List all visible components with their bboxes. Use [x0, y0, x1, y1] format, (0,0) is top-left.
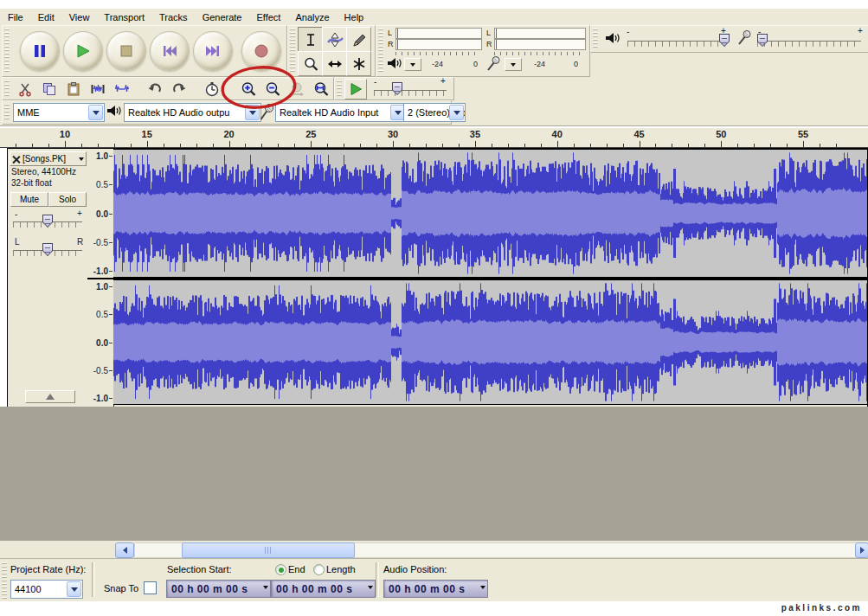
output-device-select[interactable]: Realtek HD Audio outpu	[124, 103, 261, 122]
play-at-speed-button[interactable]	[344, 79, 367, 99]
toolbar-grip[interactable]	[290, 29, 295, 74]
play-button[interactable]	[63, 31, 103, 71]
zoom-in-button[interactable]	[236, 79, 260, 99]
combo-arrow[interactable]	[449, 105, 464, 120]
toolbar-grip[interactable]	[593, 29, 598, 49]
ruler-label: 10	[60, 129, 70, 139]
input-volume-slider[interactable]	[757, 41, 861, 47]
envelope-tool-button[interactable]	[322, 27, 347, 52]
timer-button[interactable]	[200, 79, 224, 99]
waveform-left-channel[interactable]	[113, 149, 867, 278]
menu-effect[interactable]: Effect	[257, 12, 281, 22]
toolbar-grip[interactable]	[337, 80, 342, 97]
audio-position-field[interactable]: 00 h 00 m 00 s	[383, 580, 488, 598]
snap-to-checkbox[interactable]	[144, 581, 157, 594]
paste-button[interactable]	[61, 79, 86, 99]
input-device-value: Realtek HD Audio Input	[280, 107, 378, 118]
input-meter-right-bar	[494, 39, 586, 50]
skip-start-button[interactable]	[150, 31, 190, 71]
waveform-right-channel[interactable]	[113, 279, 867, 405]
toolbar-grip[interactable]	[378, 29, 383, 74]
fit-project-button[interactable]	[309, 79, 333, 99]
speaker-icon	[106, 105, 122, 119]
length-radio[interactable]	[313, 564, 325, 575]
scroll-right-button[interactable]	[855, 542, 868, 558]
draw-tool-button[interactable]	[346, 27, 371, 52]
menu-transport[interactable]: Transport	[104, 12, 145, 22]
amplitude-scale-tick	[109, 398, 113, 399]
ruler-tick	[721, 141, 722, 147]
multi-tool-icon	[351, 56, 367, 72]
record-button[interactable]	[241, 31, 281, 71]
menu-file[interactable]: File	[8, 12, 23, 22]
ruler-tick	[147, 141, 148, 147]
audio-host-value: MME	[17, 107, 40, 118]
input-channels-select[interactable]: 2 (Stereo) Inp	[403, 103, 466, 122]
track-menu-icon[interactable]	[79, 157, 84, 161]
playback-speed-slider[interactable]	[374, 90, 447, 96]
fit-selection-icon	[289, 81, 305, 98]
fit-selection-button[interactable]	[285, 79, 309, 99]
combo-arrow[interactable]	[88, 105, 103, 120]
combo-arrow[interactable]	[67, 581, 81, 597]
output-meter-dropdown[interactable]	[404, 58, 421, 71]
selection-end-field[interactable]: 00 h 00 m 00 s	[271, 580, 376, 598]
solo-button[interactable]: Solo	[48, 192, 87, 207]
trim-audio-button[interactable]	[86, 79, 110, 99]
cut-button[interactable]	[13, 79, 37, 99]
menu-edit[interactable]: Edit	[38, 12, 55, 22]
field-dropdown-icon[interactable]	[263, 586, 268, 589]
redo-button[interactable]	[167, 79, 191, 99]
track-control-panel: [Songs.PK] Stereo, 44100Hz 32-bit float …	[8, 149, 87, 407]
timeline-ruler[interactable]: 10152025303540455055	[0, 128, 868, 148]
toolbar-grip[interactable]	[4, 104, 10, 121]
input-meter-dropdown[interactable]	[505, 58, 522, 71]
toolbar-grip[interactable]	[4, 80, 10, 97]
track-close-icon[interactable]	[13, 156, 20, 163]
selection-tool-button[interactable]	[298, 27, 323, 52]
output-volume-slider[interactable]	[627, 41, 730, 47]
zoom-tool-button[interactable]	[298, 51, 323, 76]
meter-right-label: R	[388, 40, 394, 48]
combo-arrow[interactable]	[245, 105, 260, 120]
menu-view[interactable]: View	[69, 12, 90, 22]
selection-start-field[interactable]: 00 h 00 m 00 s	[166, 580, 271, 598]
track-collapse-button[interactable]	[25, 390, 75, 403]
track-title-bar[interactable]: [Songs.PK]	[10, 151, 87, 166]
ruler-tick	[32, 144, 33, 147]
stop-button[interactable]	[106, 31, 146, 71]
scroll-left-button[interactable]	[115, 542, 134, 558]
zoom-out-button[interactable]	[260, 79, 285, 99]
menu-help[interactable]: Help	[344, 12, 364, 22]
audio-host-select[interactable]: MME	[13, 103, 105, 122]
selection-start-value: 00 h 00 m 00 s	[171, 583, 248, 595]
mute-button[interactable]: Mute	[10, 192, 48, 207]
toolbar-grip[interactable]	[4, 29, 10, 74]
ruler-tick	[16, 144, 16, 147]
timeshift-tool-button[interactable]	[322, 51, 347, 76]
amplitude-scale-tick	[109, 314, 113, 315]
menu-generate[interactable]: Generate	[203, 12, 242, 22]
field-dropdown-icon[interactable]	[368, 586, 373, 589]
skip-end-button[interactable]	[193, 31, 233, 71]
ruler-label: 35	[470, 129, 480, 139]
toolbar-grip[interactable]	[2, 562, 7, 599]
undo-button[interactable]	[143, 79, 167, 99]
draw-tool-icon	[351, 32, 367, 48]
output-meter-left-bar	[395, 28, 482, 39]
project-rate-select[interactable]: 44100	[10, 580, 83, 599]
amplitude-scale-tick	[109, 214, 113, 215]
ruler-tick	[672, 144, 672, 147]
menu-analyze[interactable]: Analyze	[295, 12, 329, 22]
silence-audio-button[interactable]	[110, 79, 134, 99]
menu-tracks[interactable]: Tracks	[159, 12, 188, 22]
copy-button[interactable]	[37, 79, 61, 99]
multi-tool-button[interactable]	[346, 51, 371, 76]
field-dropdown-icon[interactable]	[480, 586, 485, 589]
scrollbar-thumb[interactable]	[182, 542, 355, 558]
input-device-select[interactable]: Realtek HD Audio Input	[275, 103, 407, 122]
pause-button[interactable]	[20, 31, 60, 71]
stop-icon	[119, 43, 134, 59]
end-radio[interactable]	[275, 564, 286, 575]
meter-scale-zero: 0	[574, 60, 578, 68]
